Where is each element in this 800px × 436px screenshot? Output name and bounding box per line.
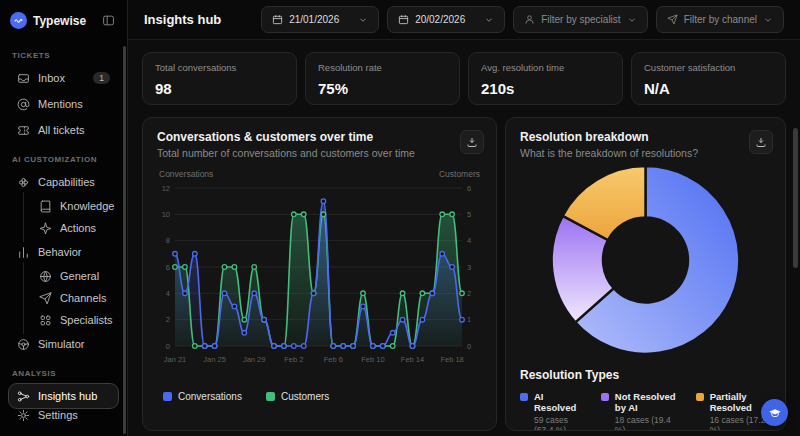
send-icon <box>39 292 52 305</box>
filter-specialist-dropdown[interactable]: Filter by specialist <box>513 6 647 33</box>
sidebar-collapse-button[interactable] <box>100 12 117 29</box>
content: Total conversations98Resolution rate75%A… <box>128 40 800 436</box>
legend-item-ai-resolved[interactable]: AI Resolved59 cases (63.4 %) <box>520 391 585 431</box>
sidebar: Typewise TICKETSInbox1MentionsAll ticket… <box>0 0 128 436</box>
svg-text:Feb 6: Feb 6 <box>324 355 343 364</box>
svg-text:6: 6 <box>166 263 170 272</box>
actions-icon <box>39 222 52 235</box>
stat-card-avg-resolution-time: Avg. resolution time210s <box>468 52 623 105</box>
sidebar-item-inbox[interactable]: Inbox1 <box>8 65 119 91</box>
svg-text:8: 8 <box>166 236 170 245</box>
sidebar-item-label: Simulator <box>38 338 84 350</box>
download-donut-chart-button[interactable] <box>749 130 773 154</box>
sidebar-item-behavior[interactable]: Behavior <box>8 239 119 265</box>
sidebar-item-label: Specialists <box>60 314 113 326</box>
sidebar-item-knowledge[interactable]: Knowledge <box>8 195 119 217</box>
page-title: Insights hub <box>144 12 221 27</box>
chevron-down-icon <box>627 15 637 25</box>
svg-text:Jan 29: Jan 29 <box>243 355 266 364</box>
stats-row: Total conversations98Resolution rate75%A… <box>142 52 786 105</box>
svg-text:Jan 25: Jan 25 <box>203 355 226 364</box>
chevron-down-icon <box>484 15 494 25</box>
donut-chart-subtitle: What is the breakdown of resolutions? <box>520 147 771 159</box>
date-to-picker[interactable]: 20/02/2026 <box>387 6 505 33</box>
app-logo <box>10 12 27 29</box>
svg-text:Feb 10: Feb 10 <box>361 355 384 364</box>
legend-label: Conversations <box>178 391 242 402</box>
charts-row: Conversations & customers over time Tota… <box>142 117 786 431</box>
svg-text:2: 2 <box>166 315 170 324</box>
line-chart-title: Conversations & customers over time <box>157 130 482 144</box>
legend-swatch <box>163 392 172 401</box>
stat-value: 98 <box>155 80 284 97</box>
calendar-icon <box>398 14 409 25</box>
logo-row: Typewise <box>8 10 119 39</box>
simulator-icon <box>17 338 30 351</box>
sidebar-nav: TICKETSInbox1MentionsAll ticketsAI CUSTO… <box>8 51 119 409</box>
sidebar-item-label: Channels <box>60 292 106 304</box>
sidebar-item-settings[interactable]: Settings <box>8 402 119 428</box>
legend-item-conversations[interactable]: Conversations <box>163 391 242 402</box>
svg-text:Feb 14: Feb 14 <box>401 355 424 364</box>
legend-label: Not Resolved by AI <box>615 391 680 413</box>
filter-channel-dropdown[interactable]: Filter by channel <box>656 6 784 33</box>
sidebar-item-actions[interactable]: Actions <box>8 217 119 239</box>
line-chart-card: Conversations & customers over time Tota… <box>142 117 497 431</box>
app-name: Typewise <box>33 14 94 28</box>
stat-label: Total conversations <box>155 62 284 73</box>
sidebar-item-label: All tickets <box>38 124 84 136</box>
sidebar-item-all-tickets[interactable]: All tickets <box>8 117 119 143</box>
download-line-chart-button[interactable] <box>460 130 484 154</box>
right-axis-title: Customers <box>439 169 480 179</box>
sidebar-item-mentions[interactable]: Mentions <box>8 91 119 117</box>
donut-chart-title: Resolution breakdown <box>520 130 771 144</box>
sidebar-item-capabilities[interactable]: Capabilities <box>8 169 119 195</box>
sidebar-footer: Settings <box>8 402 119 428</box>
sidebar-item-channels[interactable]: Channels <box>8 287 119 309</box>
inbox-icon <box>17 72 30 85</box>
svg-text:12: 12 <box>162 184 170 193</box>
svg-text:Feb 2: Feb 2 <box>284 355 303 364</box>
chevron-down-icon <box>763 15 773 25</box>
wave-icon <box>13 15 24 26</box>
stat-value: 75% <box>318 80 447 97</box>
svg-text:0: 0 <box>467 342 471 351</box>
left-axis-title: Conversations <box>159 169 213 179</box>
topbar: Insights hub 21/01/2026 20/02/2026 Filte… <box>128 0 800 40</box>
sidebar-item-label: Mentions <box>38 98 83 110</box>
svg-text:4: 4 <box>166 289 170 298</box>
sidebar-item-label: Knowledge <box>60 200 114 212</box>
date-from-picker[interactable]: 21/01/2026 <box>261 6 379 33</box>
grid-icon <box>39 314 52 327</box>
sidebar-item-label: Actions <box>60 222 96 234</box>
stat-label: Customer satisfaction <box>644 62 773 73</box>
chevron-down-icon <box>358 15 368 25</box>
svg-text:0: 0 <box>166 342 170 351</box>
sidebar-item-label: General <box>60 270 99 282</box>
scrollbar-thumb[interactable] <box>793 128 798 268</box>
assistant-button[interactable] <box>761 399 788 426</box>
legend-label: AI Resolved <box>534 391 585 413</box>
sidebar-item-label: Inbox <box>38 72 65 84</box>
sidebar-item-simulator[interactable]: Simulator <box>8 331 119 357</box>
legend-item-not-resolved-by-ai[interactable]: Not Resolved by AI18 cases (19.4 %) <box>601 391 680 431</box>
legend-swatch <box>601 393 609 401</box>
graduation-cap-icon <box>768 406 782 420</box>
line-chart: 0021426384105126Jan 21Jan 25Jan 29Feb 2F… <box>157 180 482 386</box>
sidebar-item-specialists[interactable]: Specialists <box>8 309 119 331</box>
resolution-types-heading: Resolution Types <box>520 368 771 382</box>
download-icon <box>755 136 767 148</box>
calendar-icon <box>272 14 283 25</box>
svg-text:Jan 21: Jan 21 <box>164 355 187 364</box>
page-scrollbar[interactable] <box>793 46 798 432</box>
stat-card-resolution-rate: Resolution rate75% <box>305 52 460 105</box>
stat-label: Resolution rate <box>318 62 447 73</box>
svg-text:6: 6 <box>467 184 471 193</box>
sidebar-scrollbar[interactable] <box>123 46 126 434</box>
svg-text:4: 4 <box>467 236 471 245</box>
stat-card-total-conversations: Total conversations98 <box>142 52 297 105</box>
legend-item-customers[interactable]: Customers <box>266 391 329 402</box>
sidebar-item-general[interactable]: General <box>8 265 119 287</box>
date-to-value: 20/02/2026 <box>415 14 465 25</box>
legend-item-partially-resolved[interactable]: Partially Resolved16 cases (17.2 %) <box>696 391 771 431</box>
